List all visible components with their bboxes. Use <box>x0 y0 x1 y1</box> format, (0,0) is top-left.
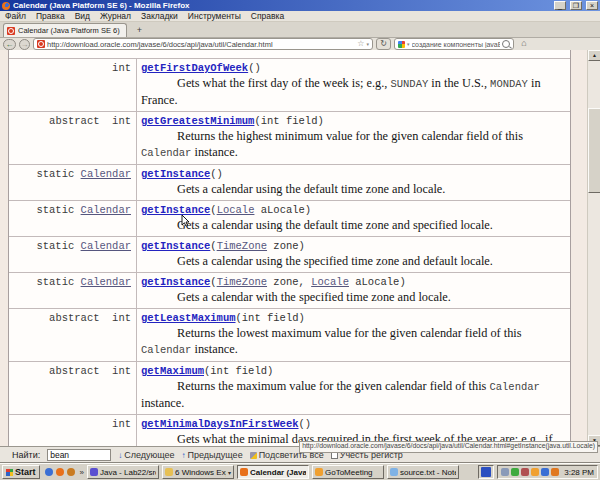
system-tray: 3:28 PM <box>497 465 598 479</box>
tray-clock: 3:28 PM <box>561 468 594 477</box>
text-segment: instance. <box>191 342 237 356</box>
scroll-up-icon[interactable]: ▲ <box>588 50 600 61</box>
type-link[interactable]: TimeZone <box>217 276 267 288</box>
text-segment: Gets a calendar with the specified time … <box>177 290 451 304</box>
vertical-scrollbar[interactable]: ▲ ▼ <box>587 50 600 446</box>
text-segment: Gets a calendar using the default time z… <box>177 182 445 196</box>
tray-green-status-icon[interactable] <box>511 468 519 476</box>
home-button[interactable]: ⌂ <box>517 38 531 50</box>
forward-button[interactable]: → <box>19 39 30 50</box>
text-segment: static <box>36 240 80 252</box>
minimize-button[interactable]: _ <box>554 1 566 10</box>
type-link[interactable]: Calendar <box>81 276 131 288</box>
menu-item[interactable]: Файл <box>0 11 31 21</box>
window-title: Calendar (Java Platform SE 6) - Mozilla … <box>13 1 550 10</box>
google-icon <box>398 41 405 48</box>
text-segment: Calendar <box>141 344 191 356</box>
new-tab-button[interactable]: + <box>131 24 148 38</box>
internet-explorer-icon[interactable] <box>45 468 53 476</box>
taskbar-window-label: 6 Windows Explorer <box>175 468 226 477</box>
tab-calendar[interactable]: Calendar (Java Platform SE 6) <box>3 23 127 37</box>
type-link[interactable]: Calendar <box>81 240 131 252</box>
taskbar-window-firefox-calendar[interactable]: Calendar (Java Platfo... <box>237 465 309 479</box>
start-button[interactable]: Start <box>2 465 40 479</box>
text-segment: Gets a calendar using the specified time… <box>177 254 493 268</box>
taskbar-window-label: source.txt - Notepad <box>400 468 456 477</box>
search-input[interactable]: ▾ создание компоненты javaBeans в eclips… <box>394 38 514 50</box>
method-row: abstract intgetGreatestMinimum(int field… <box>9 112 570 165</box>
tray-language-indicator[interactable] <box>478 465 494 479</box>
method-description: Gets what the first day of the week is; … <box>141 75 566 108</box>
method-link[interactable]: getFirstDayOfWeek <box>141 62 248 74</box>
menu-item[interactable]: Справка <box>246 11 289 21</box>
firefox-icon <box>2 2 10 10</box>
find-next-button[interactable]: ↓ Следующее <box>118 450 174 460</box>
firefox-icon[interactable] <box>56 468 64 476</box>
url-dropdown-icon[interactable]: ▾ <box>366 42 369 47</box>
tray-gotomeeting-daisy-icon[interactable] <box>531 468 539 476</box>
text-segment: (int field) <box>254 115 323 127</box>
method-signature: getMinimalDaysInFirstWeek() <box>141 417 566 431</box>
type-link[interactable]: Locale <box>217 204 255 216</box>
back-button[interactable]: ← <box>3 39 16 50</box>
notepad-icon <box>390 468 398 476</box>
menu-item[interactable]: Правка <box>31 11 70 21</box>
method-link[interactable]: getLeastMaximum <box>141 312 236 324</box>
find-next-label: Следующее <box>124 450 174 460</box>
type-link[interactable]: Calendar <box>81 204 131 216</box>
group-dropdown-icon[interactable]: ▾ <box>228 469 231 476</box>
taskbar-window-gotomeeting[interactable]: GoToMeeting <box>312 465 384 479</box>
maximize-button[interactable]: ❐ <box>570 1 582 10</box>
gotomeeting-daisy-icon <box>315 468 323 476</box>
menu-item[interactable]: Закладки <box>136 11 183 21</box>
search-engine-dropdown-icon[interactable]: ▾ <box>407 42 410 47</box>
mail-client-icon[interactable] <box>67 468 75 476</box>
modifier-and-type-cell: static Calendar <box>9 201 137 236</box>
text-segment: zone) <box>267 240 305 252</box>
highlighter-icon <box>250 452 257 459</box>
scrollbar-thumb[interactable] <box>588 108 600 193</box>
text-segment: zone, <box>267 276 311 288</box>
method-link[interactable]: getInstance <box>141 168 210 180</box>
method-description: Gets a calendar using the default time z… <box>141 217 566 233</box>
taskbar-window-eclipse-java[interactable]: Java - Lab22/src/Main.ja... <box>87 465 159 479</box>
method-signature: getMaximum(int field) <box>141 364 566 378</box>
tray-agent-icon[interactable] <box>521 468 529 476</box>
url-bar[interactable]: http://download.oracle.com/javase/6/docs… <box>33 38 373 50</box>
type-link[interactable]: TimeZone <box>217 240 267 252</box>
tray-security-shield-icon[interactable] <box>541 468 549 476</box>
folder-icon <box>165 468 173 476</box>
system-tray-area: 3:28 PM <box>478 465 598 479</box>
text-segment: MONDAY <box>490 78 528 90</box>
quick-launch-overflow-icon[interactable]: » <box>80 468 84 477</box>
find-input[interactable] <box>47 449 111 461</box>
taskbar-window-explorer-group[interactable]: 6 Windows Explorer▾ <box>162 465 234 479</box>
eclipse-icon <box>90 468 98 476</box>
method-link[interactable]: getInstance <box>141 204 210 216</box>
find-prev-button[interactable]: ↑ Предыдущее <box>182 450 243 460</box>
reload-button[interactable]: ↻ <box>376 38 391 50</box>
method-description: Gets a calendar using the default time z… <box>141 181 566 197</box>
method-link[interactable]: getInstance <box>141 276 210 288</box>
menu-item[interactable]: Инструменты <box>183 11 246 21</box>
method-link[interactable]: getInstance <box>141 240 210 252</box>
method-link[interactable]: getMinimalDaysInFirstWeek <box>141 418 299 430</box>
tray-display-icon[interactable] <box>501 468 509 476</box>
close-button[interactable]: × <box>586 1 598 10</box>
method-link[interactable]: getGreatestMinimum <box>141 115 254 127</box>
method-signature: getInstance(Locale aLocale) <box>141 203 566 217</box>
tray-updater-icon[interactable] <box>551 468 559 476</box>
type-link[interactable]: Locale <box>311 276 349 288</box>
method-description: Returns the lowest maximum value for the… <box>141 325 566 358</box>
search-magnifier-icon[interactable] <box>502 40 510 48</box>
method-signature: getInstance(TimeZone zone) <box>141 239 566 253</box>
bookmark-star-icon[interactable]: ☆ <box>357 40 364 48</box>
modifier-and-type-cell: static Calendar <box>9 165 137 200</box>
menu-item[interactable]: Вид <box>70 11 95 21</box>
windows-flag-icon <box>6 469 13 476</box>
menu-item[interactable]: Журнал <box>95 11 136 21</box>
method-link[interactable]: getMaximum <box>141 365 204 377</box>
taskbar-window-notepad[interactable]: source.txt - Notepad <box>387 465 459 479</box>
taskbar-window-label: Calendar (Java Platfo... <box>250 468 306 477</box>
type-link[interactable]: Calendar <box>81 168 131 180</box>
